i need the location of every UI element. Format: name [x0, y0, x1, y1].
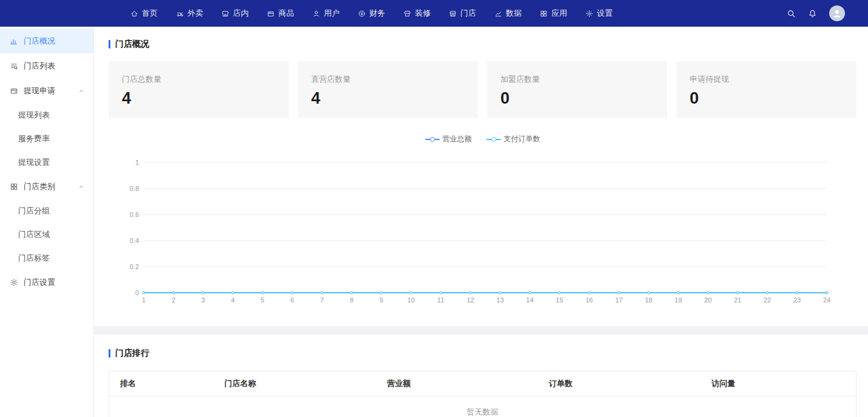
nav-item-商品[interactable]: 商品	[258, 0, 303, 27]
chevron-up-icon	[78, 183, 85, 190]
user-icon	[312, 10, 320, 18]
nav-item-label: 应用	[551, 8, 567, 19]
stat-label: 加盟店数量	[500, 74, 654, 85]
wallet-icon	[10, 87, 18, 95]
page: 首页外卖店内商品用户财务装修门店数据应用设置 门店概况门店列表提现申请提现列表服…	[0, 0, 868, 417]
svg-text:16: 16	[585, 296, 593, 304]
topnav-menu: 首页外卖店内商品用户财务装修门店数据应用设置	[121, 0, 787, 27]
sidebar-item-门店类别[interactable]: 门店类别	[0, 174, 93, 199]
stat-label: 直营店数量	[311, 74, 465, 85]
stat-card-加盟店数量: 加盟店数量0	[487, 61, 667, 118]
svg-text:23: 23	[793, 296, 801, 304]
goods-icon	[267, 10, 275, 18]
svg-text:8: 8	[350, 296, 354, 304]
nav-item-label: 首页	[142, 8, 158, 19]
nav-item-label: 外卖	[187, 8, 203, 19]
sidebar-item-门店列表[interactable]: 门店列表	[0, 53, 93, 78]
chart-canvas: 00.20.40.60.8112345678910111213141516171…	[109, 150, 856, 309]
nav-item-设置[interactable]: 设置	[576, 0, 622, 27]
svg-text:0.4: 0.4	[130, 237, 139, 244]
ranking-header-row: 排名门店名称营业额订单数访问量	[109, 372, 856, 396]
svg-text:1: 1	[142, 296, 146, 304]
apps-icon	[540, 10, 548, 18]
page-title: 门店概况	[115, 39, 149, 50]
stat-card-门店总数量: 门店总数量4	[109, 61, 289, 118]
svg-text:6: 6	[291, 296, 294, 304]
nav-item-用户[interactable]: 用户	[303, 0, 349, 27]
svg-text:21: 21	[734, 296, 741, 304]
stat-card-直营店数量: 直营店数量4	[298, 61, 478, 118]
svg-text:2: 2	[172, 296, 175, 304]
sidebar-subitem-门店区域[interactable]: 门店区域	[0, 222, 93, 246]
decorate-icon	[403, 10, 411, 18]
body: 门店概况门店列表提现申请提现列表服务费率提现设置门店类别门店分组门店区域门店标签…	[0, 0, 868, 417]
legend-marker-icon	[486, 136, 501, 142]
avatar[interactable]	[829, 5, 845, 21]
legend-item-支付订单数[interactable]: 支付订单数	[486, 134, 540, 144]
sidebar-item-门店概况[interactable]: 门店概况	[0, 28, 93, 53]
svg-text:0.8: 0.8	[130, 185, 139, 192]
nav-item-label: 财务	[369, 8, 385, 19]
nav-item-财务[interactable]: 财务	[349, 0, 394, 27]
nav-item-label: 用户	[324, 8, 340, 19]
sidebar-item-label: 门店类别	[24, 181, 55, 192]
line-chart: 00.20.40.60.8112345678910111213141516171…	[109, 150, 856, 312]
svg-text:11: 11	[437, 296, 444, 304]
stat-label: 门店总数量	[122, 74, 275, 85]
svg-text:13: 13	[496, 296, 503, 304]
svg-text:5: 5	[261, 296, 264, 304]
settings-icon	[585, 10, 593, 18]
ranking-title: 门店排行	[115, 348, 149, 359]
svg-text:20: 20	[704, 296, 712, 304]
bell-icon[interactable]	[808, 9, 817, 18]
nav-item-门店[interactable]: 门店	[440, 0, 485, 27]
svg-text:24: 24	[823, 296, 830, 304]
svg-text:9: 9	[380, 296, 383, 304]
nav-item-数据[interactable]: 数据	[485, 0, 531, 27]
sidebar: 门店概况门店列表提现申请提现列表服务费率提现设置门店类别门店分组门店区域门店标签…	[0, 27, 94, 417]
overview-section-title: 门店概况	[109, 39, 856, 50]
column-header-营业额: 营业额	[376, 372, 538, 396]
sidebar-subitem-提现设置[interactable]: 提现设置	[0, 150, 93, 174]
data-icon	[494, 10, 502, 18]
svg-text:4: 4	[231, 296, 235, 304]
sidebar-subitem-门店分组[interactable]: 门店分组	[0, 199, 93, 222]
nav-item-外卖[interactable]: 外卖	[167, 0, 212, 27]
main-content: 门店概况 门店总数量4直营店数量4加盟店数量0申请待提现0 营业总额支付订单数 …	[94, 27, 868, 417]
svg-text:1: 1	[135, 159, 139, 166]
chevron-up-icon	[78, 87, 85, 95]
nav-item-店内[interactable]: 店内	[212, 0, 258, 27]
svg-text:7: 7	[320, 296, 324, 304]
legend-label: 营业总额	[443, 134, 472, 144]
nav-item-label: 装修	[415, 8, 431, 19]
svg-text:15: 15	[556, 296, 563, 304]
home-icon	[130, 10, 138, 18]
nav-item-label: 门店	[460, 8, 476, 19]
sidebar-item-label: 门店设置	[24, 277, 55, 288]
column-header-订单数: 订单数	[538, 372, 701, 396]
column-header-排名: 排名	[109, 372, 214, 396]
sidebar-item-label: 提现申请	[24, 85, 55, 96]
nav-item-首页[interactable]: 首页	[121, 0, 167, 27]
instore-icon	[221, 10, 229, 18]
sidebar-subitem-服务费率[interactable]: 服务费率	[0, 127, 93, 150]
sidebar-subitem-提现列表[interactable]: 提现列表	[0, 103, 93, 127]
title-accent-bar	[109, 349, 110, 358]
sidebar-subitem-门店标签[interactable]: 门店标签	[0, 246, 93, 270]
legend-item-营业总额[interactable]: 营业总额	[425, 134, 472, 144]
header-actions	[787, 5, 868, 21]
stats-row: 门店总数量4直营店数量4加盟店数量0申请待提现0	[109, 61, 856, 118]
sidebar-item-提现申请[interactable]: 提现申请	[0, 78, 93, 103]
search-icon[interactable]	[787, 9, 796, 18]
svg-text:12: 12	[466, 296, 474, 304]
legend-label: 支付订单数	[504, 134, 540, 144]
sidebar-item-门店设置[interactable]: 门店设置	[0, 270, 93, 295]
nav-item-label: 商品	[278, 8, 294, 19]
stat-value: 0	[500, 89, 654, 108]
ranking-panel: 门店排行 排名门店名称营业额订单数访问量 暂无数据	[94, 335, 868, 417]
svg-text:22: 22	[764, 296, 771, 304]
nav-item-label: 店内	[233, 8, 249, 19]
nav-item-装修[interactable]: 装修	[394, 0, 440, 27]
stat-value: 4	[122, 89, 275, 108]
nav-item-应用[interactable]: 应用	[531, 0, 576, 27]
